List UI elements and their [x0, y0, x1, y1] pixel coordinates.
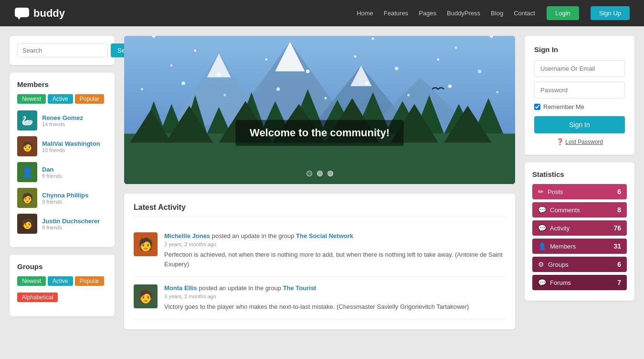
- svg-point-33: [194, 49, 196, 52]
- svg-point-48: [478, 70, 481, 73]
- stat-name-activity: Activity: [550, 225, 570, 232]
- username-field[interactable]: [534, 60, 625, 77]
- member-name[interactable]: Justin Duchscherer: [42, 218, 100, 225]
- activity-section: Latest Activity 🧑 Michellie Jones posted…: [124, 194, 515, 329]
- activity-title: Latest Activity: [134, 203, 506, 217]
- groups-icon: ⚙: [538, 261, 544, 268]
- stat-count-activity: 76: [613, 224, 621, 232]
- stat-name-members: Members: [550, 243, 576, 250]
- nav-pages[interactable]: Pages: [419, 10, 436, 17]
- avatar: 🧑: [134, 232, 158, 256]
- svg-point-35: [289, 44, 291, 46]
- members-title: Members: [17, 80, 107, 88]
- stat-count-members: 31: [613, 242, 621, 250]
- tab-newest[interactable]: Newest: [17, 94, 46, 104]
- svg-point-55: [407, 94, 410, 96]
- svg-point-44: [306, 70, 309, 73]
- groups-title: Groups: [17, 262, 107, 271]
- right-sidebar: Sign In Remember Me Sign In ❓ Lost Passw…: [525, 36, 634, 329]
- signup-button[interactable]: Sign Up: [591, 6, 630, 20]
- svg-point-53: [324, 97, 327, 99]
- avatar: 🧑: [17, 188, 37, 208]
- groups-tab-active[interactable]: Active: [48, 276, 73, 286]
- member-name[interactable]: Chynna Phillips: [42, 192, 89, 199]
- stat-row-activity: 💬 Activity 76: [532, 220, 627, 236]
- activity-item: 🧑 Monta Ellis posted an update in the gr…: [134, 277, 506, 320]
- remember-me-checkbox[interactable]: [534, 104, 540, 110]
- activity-header: Monta Ellis posted an update in the grou…: [164, 284, 469, 292]
- member-name[interactable]: Renee Gomez: [42, 114, 83, 121]
- hero-banner: Welcome to the community!: [124, 36, 515, 184]
- svg-point-49: [141, 88, 143, 90]
- activity-user[interactable]: Monta Ellis: [164, 284, 197, 292]
- activity-group[interactable]: The Tourist: [283, 284, 317, 292]
- svg-point-52: [276, 87, 280, 91]
- svg-point-54: [365, 81, 369, 85]
- activity-content: Michellie Jones posted an update in the …: [164, 232, 506, 269]
- lost-password: ❓ Lost Password: [534, 138, 625, 145]
- stat-count-groups: 6: [617, 261, 621, 268]
- activity-user[interactable]: Michellie Jones: [164, 232, 210, 239]
- svg-point-43: [265, 58, 267, 61]
- stat-count-comments: 8: [617, 206, 621, 214]
- avatar: 🧑: [17, 136, 37, 156]
- hero-dot-1[interactable]: [306, 171, 312, 176]
- svg-point-47: [437, 58, 439, 61]
- stat-label-members: 👤 Members: [538, 242, 576, 250]
- hero-welcome-text: Welcome to the community!: [235, 120, 404, 146]
- member-info: MaliVai Washington 10 friends: [42, 140, 100, 153]
- member-name[interactable]: Dan: [42, 166, 54, 173]
- nav-home[interactable]: Home: [357, 10, 373, 17]
- login-button[interactable]: Login: [547, 6, 579, 20]
- activity-text: Victory goes to the player who makes the…: [164, 302, 469, 312]
- stat-name-comments: Comments: [550, 207, 580, 214]
- svg-marker-2: [17, 17, 21, 20]
- left-sidebar: Search Members Newest Active Popular 🦢 R…: [10, 36, 115, 329]
- avatar: 🦢: [17, 110, 37, 131]
- svg-point-50: [181, 81, 185, 85]
- activity-header: Michellie Jones posted an update in the …: [164, 232, 506, 239]
- list-item: 🦢 Renee Gomez 14 friends: [17, 110, 107, 131]
- pencil-icon: ✏: [538, 188, 544, 196]
- search-box: Search: [10, 36, 115, 65]
- tab-popular[interactable]: Popular: [75, 94, 104, 104]
- nav-contact[interactable]: Contact: [514, 10, 535, 17]
- logo-icon: [14, 7, 30, 20]
- stat-row-groups: ⚙ Groups 6: [532, 257, 627, 272]
- forums-icon: 💬: [538, 279, 546, 286]
- nav-blog[interactable]: Blog: [491, 10, 503, 17]
- search-input[interactable]: [17, 44, 108, 57]
- lost-password-link[interactable]: Lost Password: [565, 139, 603, 145]
- svg-rect-0: [15, 8, 29, 17]
- logo-text: buddy: [33, 7, 65, 20]
- stat-label-groups: ⚙ Groups: [538, 261, 569, 268]
- member-name[interactable]: MaliVai Washington: [42, 140, 100, 147]
- activity-icon: 💬: [538, 224, 546, 232]
- activity-text: Perfection is achieved, not when there i…: [164, 250, 506, 269]
- groups-tab-popular[interactable]: Popular: [75, 276, 104, 286]
- password-field[interactable]: [534, 82, 625, 98]
- avatar: 👤: [17, 162, 37, 182]
- hero-dot-3[interactable]: [327, 171, 333, 176]
- tab-active[interactable]: Active: [48, 94, 73, 104]
- svg-point-45: [354, 55, 356, 58]
- groups-tab-newest[interactable]: Newest: [17, 276, 46, 286]
- activity-item: 🧑 Michellie Jones posted an update in th…: [134, 225, 506, 277]
- comment-icon: 💬: [538, 206, 546, 214]
- nav-buddypress[interactable]: BuddyPress: [447, 10, 480, 17]
- statistics-title: Statistics: [532, 170, 627, 178]
- avatar: 🧑: [134, 284, 158, 308]
- stat-label-forums: 💬 Forums: [538, 279, 571, 286]
- signin-button[interactable]: Sign In: [534, 116, 625, 133]
- signin-card: Sign In Remember Me Sign In ❓ Lost Passw…: [525, 36, 634, 155]
- hero-dot-2[interactable]: [317, 171, 323, 176]
- hero-scene-svg: [124, 36, 515, 184]
- statistics-card: Statistics ✏ Posts 6 💬 Comments 8 💬 Act: [525, 163, 634, 301]
- activity-group[interactable]: The Social Network: [296, 232, 353, 239]
- avatar: 🧑: [17, 214, 37, 234]
- stat-name-posts: Posts: [548, 188, 563, 196]
- nav-features[interactable]: Features: [384, 10, 408, 17]
- groups-tab-alpha[interactable]: Alphabetical: [17, 293, 58, 302]
- member-friends: 9 friends: [42, 225, 100, 230]
- remember-me-label: Remember Me: [543, 103, 584, 110]
